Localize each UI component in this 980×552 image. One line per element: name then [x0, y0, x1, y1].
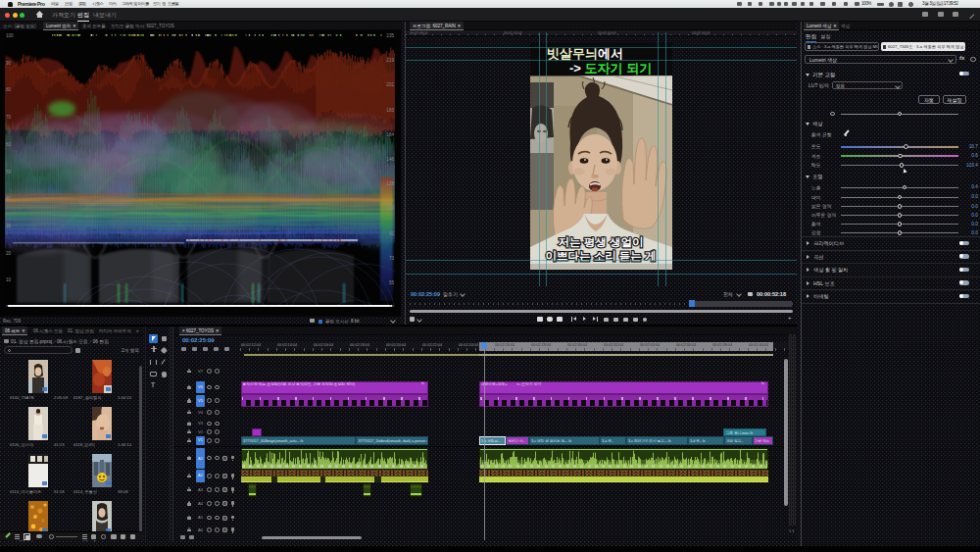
svg-text:-> 도자기 되기: -> 도자기 되기 — [569, 61, 652, 75]
svg-text:183: 183 — [386, 108, 394, 113]
svg-text:40: 40 — [6, 196, 12, 201]
svg-text:100: 100 — [6, 33, 14, 38]
svg-text:16: 16 — [389, 305, 395, 307]
svg-text:91: 91 — [389, 231, 395, 236]
svg-text:30: 30 — [6, 224, 12, 228]
svg-text:164: 164 — [386, 132, 394, 137]
svg-text:55: 55 — [389, 280, 395, 285]
svg-text:빗살무늬에서: 빗살무늬에서 — [547, 46, 623, 61]
svg-text:219: 219 — [386, 58, 394, 63]
svg-text:저는 평생 생얼이: 저는 평생 생얼이 — [558, 236, 643, 248]
svg-text:20: 20 — [6, 251, 12, 256]
svg-text:50: 50 — [6, 170, 12, 175]
svg-text:10: 10 — [6, 277, 12, 282]
svg-text:73: 73 — [389, 256, 395, 261]
svg-text:110: 110 — [387, 206, 395, 211]
svg-text:128: 128 — [386, 181, 394, 186]
svg-text:146: 146 — [386, 157, 394, 162]
svg-text:70: 70 — [6, 115, 12, 120]
svg-text:0: 0 — [6, 305, 9, 307]
svg-text:235: 235 — [386, 33, 394, 38]
svg-text:80: 80 — [6, 87, 12, 92]
svg-text:60: 60 — [6, 142, 12, 147]
svg-text:201: 201 — [386, 82, 394, 87]
svg-text:90: 90 — [6, 61, 12, 66]
